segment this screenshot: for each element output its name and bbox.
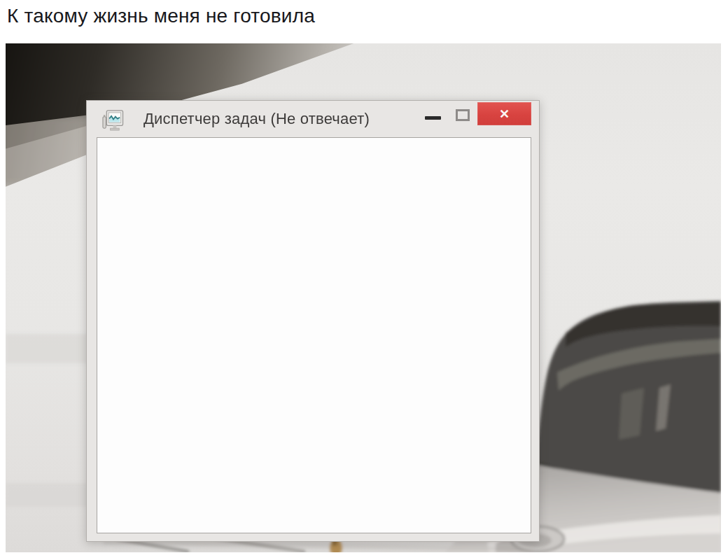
task-manager-icon: [102, 109, 124, 132]
task-manager-window: Диспетчер задач (Не отвечает) ✕: [86, 100, 540, 542]
maximize-button[interactable]: [456, 109, 470, 121]
minimize-button[interactable]: [417, 105, 448, 127]
close-button[interactable]: ✕: [477, 102, 531, 125]
meme-caption-bar: К такому жизнь меня не готовила: [0, 0, 728, 43]
close-icon: ✕: [499, 108, 510, 120]
meme-caption: К такому жизнь меня не готовила: [7, 5, 315, 27]
window-title: Диспетчер задач (Не отвечает): [144, 110, 370, 128]
window-content-blank: [97, 137, 531, 533]
minimize-icon: [425, 116, 441, 120]
window-titlebar[interactable]: Диспетчер задач (Не отвечает) ✕: [87, 101, 539, 137]
